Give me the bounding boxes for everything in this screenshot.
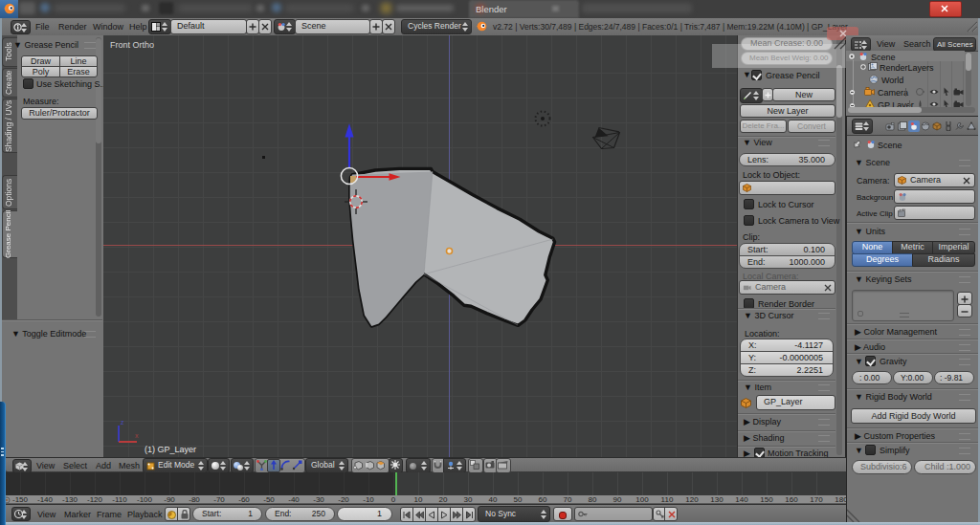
svg-text:z: z xyxy=(121,419,124,426)
svg-text:x: x xyxy=(135,432,139,439)
